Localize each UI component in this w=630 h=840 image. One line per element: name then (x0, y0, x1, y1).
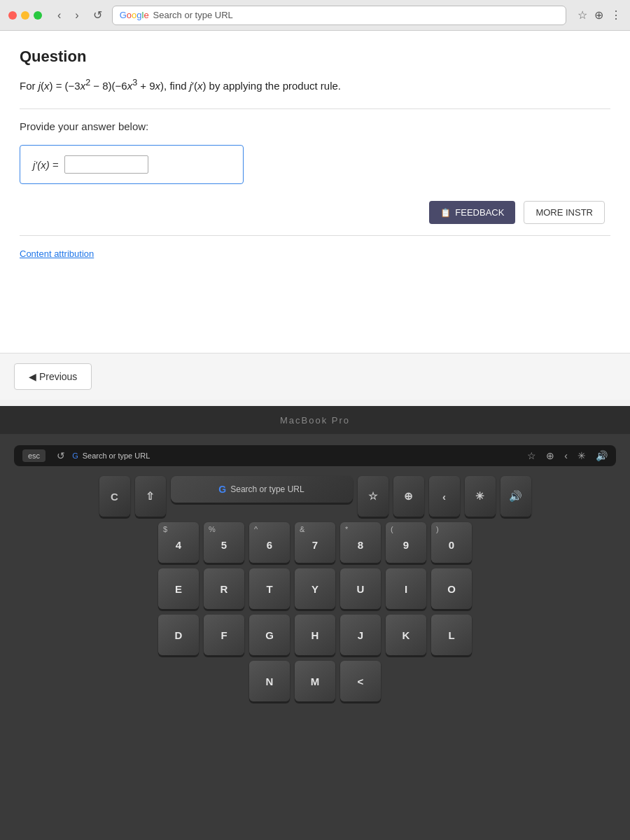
key-volume-icon: 🔊 (509, 490, 522, 503)
touch-bar-right: ☆ ⊕ ‹ ✳ 🔊 (527, 450, 608, 461)
key-h[interactable]: H (295, 615, 335, 655)
key-row-numbers: $ 4 % 5 ^ 6 & 7 * 8 ( 9 (14, 522, 616, 563)
keyboard-area: esc ↺ G Search or type URL ☆ ⊕ ‹ ✳ 🔊 C ⇧ (0, 434, 630, 840)
key-8-symbol: * (345, 525, 348, 533)
key-plus-icon: ⊕ (404, 490, 413, 503)
key-t-label: T (266, 583, 272, 595)
key-k[interactable]: K (386, 615, 426, 655)
minimize-button[interactable] (21, 11, 29, 20)
key-y-label: Y (312, 583, 318, 595)
key-5-main: 5 (221, 539, 227, 551)
key-0-symbol: ) (436, 525, 439, 533)
key-shift-label: ⇧ (146, 490, 155, 503)
key-address-bar[interactable]: G Search or type URL (171, 476, 353, 503)
touch-bar: esc ↺ G Search or type URL ☆ ⊕ ‹ ✳ 🔊 (14, 445, 616, 466)
toolbar-icons: ☆ ⊕ ⋮ (578, 8, 622, 22)
key-j[interactable]: J (340, 615, 381, 655)
key-n[interactable]: N (249, 661, 290, 701)
key-8[interactable]: * 8 (340, 522, 381, 563)
keyboard: C ⇧ G Search or type URL ☆ ⊕ ‹ ✳ (14, 476, 616, 701)
key-6-symbol: ^ (254, 525, 258, 533)
key-7[interactable]: & 7 (295, 522, 335, 563)
touch-bar-star-icon: ☆ (527, 450, 536, 461)
key-k-label: K (402, 629, 410, 641)
key-0[interactable]: ) 0 (431, 522, 472, 563)
key-y[interactable]: Y (295, 568, 335, 609)
key-plus[interactable]: ⊕ (393, 476, 424, 517)
key-5[interactable]: % 5 (204, 522, 244, 563)
touch-bar-gear-icon: ✳ (578, 450, 586, 461)
key-g-label: G (265, 629, 274, 641)
action-row: FEEDBACK MORE INSTR (20, 201, 610, 224)
touch-bar-chevron-icon: ‹ (564, 450, 568, 461)
key-r[interactable]: R (204, 568, 244, 609)
browser-top-bar: ‹ › ↺ Google Search or type URL ☆ ⊕ ⋮ (0, 0, 630, 31)
bookmark-icon[interactable]: ☆ (578, 8, 587, 22)
key-f[interactable]: F (204, 615, 244, 655)
key-chevron[interactable]: ‹ (429, 476, 460, 517)
menu-icon[interactable]: ⋮ (610, 8, 622, 22)
key-n-label: N (266, 676, 274, 687)
section-divider (20, 108, 610, 109)
address-bar[interactable]: Google Search or type URL (112, 6, 566, 25)
key-o-label: O (447, 583, 456, 595)
key-star[interactable]: ☆ (358, 476, 388, 517)
key-o[interactable]: O (431, 568, 472, 609)
key-4[interactable]: $ 4 (158, 522, 199, 563)
macbook-label-area: MacBook Pro (0, 406, 630, 434)
key-c[interactable]: C (99, 476, 130, 517)
content-attribution-link[interactable]: Content attribution (20, 248, 94, 259)
key-r-label: R (220, 583, 228, 595)
key-u-label: U (357, 583, 365, 595)
page-content: Question For j(x) = (−3x2 − 8)(−6x3 + 9x… (0, 31, 630, 353)
touch-bar-back-icon: ↺ (57, 450, 65, 461)
answer-input[interactable] (64, 155, 148, 174)
key-gear[interactable]: ✳ (465, 476, 496, 517)
touch-bar-address-text: Search or type URL (83, 451, 150, 460)
touch-bar-volume-icon: 🔊 (596, 450, 608, 461)
touch-bar-esc: esc (22, 449, 46, 462)
key-i-label: I (405, 583, 407, 595)
key-h-label: H (312, 629, 319, 641)
fullscreen-button[interactable] (34, 11, 42, 20)
key-volume[interactable]: 🔊 (500, 476, 531, 517)
key-u[interactable]: U (340, 568, 381, 609)
key-row-home: D F G H J K L (14, 615, 616, 655)
key-address-text: Search or type URL (230, 484, 304, 494)
key-m[interactable]: M (295, 661, 335, 701)
key-d[interactable]: D (158, 615, 199, 655)
previous-button[interactable]: ◀ Previous (14, 363, 92, 390)
question-body: For j(x) = (−3x2 − 8)(−6x3 + 9x), find j… (20, 76, 610, 94)
key-m-label: M (311, 676, 320, 687)
browser-area: ‹ › ↺ Google Search or type URL ☆ ⊕ ⋮ Qu… (0, 0, 630, 406)
key-shift-left[interactable]: ⇧ (135, 476, 166, 517)
key-g[interactable]: G (249, 615, 290, 655)
add-tab-icon[interactable]: ⊕ (594, 8, 603, 22)
back-button[interactable]: ‹ (53, 6, 65, 24)
key-comma[interactable]: < (340, 661, 381, 701)
key-star-icon: ☆ (368, 490, 377, 503)
key-e[interactable]: E (158, 568, 199, 609)
touch-bar-address: G Search or type URL (72, 451, 527, 460)
traffic-lights (8, 11, 42, 20)
google-g-icon: G (218, 484, 226, 495)
key-gear-icon: ✳ (475, 490, 484, 503)
more-instructions-button[interactable]: MORE INSTR (524, 201, 605, 224)
key-9[interactable]: ( 9 (386, 522, 426, 563)
key-5-symbol: % (209, 525, 216, 533)
answer-box: j′(x) = (20, 145, 244, 184)
key-6[interactable]: ^ 6 (249, 522, 290, 563)
key-4-main: 4 (176, 539, 181, 551)
key-l[interactable]: L (431, 615, 472, 655)
key-i[interactable]: I (386, 568, 426, 609)
google-logo-icon: Google (120, 10, 149, 20)
key-j-label: J (358, 629, 363, 641)
refresh-button[interactable]: ↺ (89, 6, 106, 24)
feedback-button[interactable]: FEEDBACK (429, 201, 515, 224)
key-t[interactable]: T (249, 568, 290, 609)
touch-bar-plus-icon: ⊕ (546, 450, 554, 461)
close-button[interactable] (8, 11, 17, 20)
key-row-1: C ⇧ G Search or type URL ☆ ⊕ ‹ ✳ (14, 476, 616, 517)
key-row-qwerty: E R T Y U I O (14, 568, 616, 609)
forward-button[interactable]: › (71, 6, 83, 24)
